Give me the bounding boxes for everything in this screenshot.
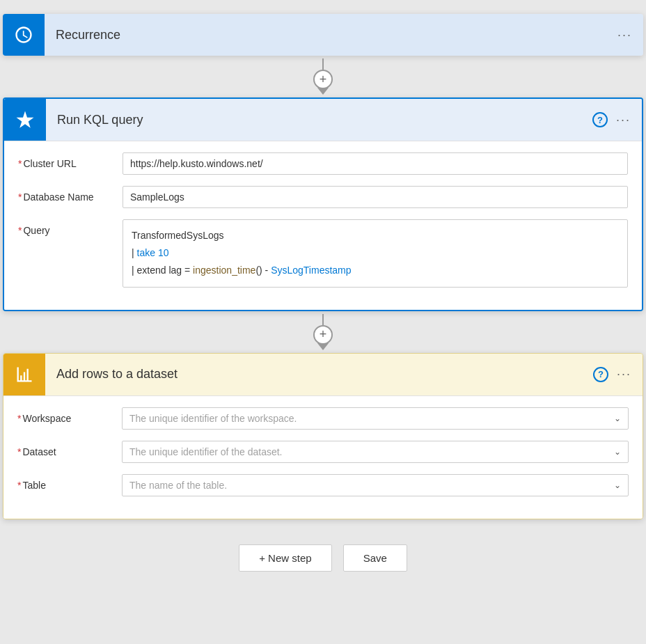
recurrence-card: Recurrence ··· <box>3 14 643 56</box>
recurrence-header: Recurrence ··· <box>3 14 643 56</box>
table-dropdown[interactable]: The name of the table. ⌄ <box>122 474 629 496</box>
database-name-input[interactable] <box>123 186 628 208</box>
database-name-label: *Database Name <box>18 186 123 203</box>
add-step-button-1[interactable]: + <box>313 70 333 89</box>
clock-icon <box>14 25 33 45</box>
kql-title: Run KQL query <box>46 113 592 127</box>
add-step-button-2[interactable]: + <box>313 325 333 345</box>
recurrence-title: Recurrence <box>45 28 617 42</box>
kql-body: *Cluster URL *Database Name *Query Trans… <box>4 141 642 310</box>
kql-more-button[interactable]: ··· <box>616 113 631 127</box>
query-row: *Query TransformedSysLogs | take 10 | ex… <box>18 219 628 288</box>
kql-card: Run KQL query ? ··· *Cluster URL *Databa… <box>3 97 643 311</box>
table-label: *Table <box>17 474 122 491</box>
query-line-3: | extend lag = ingestion_time() - SysLog… <box>132 262 619 279</box>
addrows-actions: ? ··· <box>593 367 631 382</box>
workspace-label: *Workspace <box>17 407 122 424</box>
cluster-url-label: *Cluster URL <box>18 152 123 169</box>
connector-1: + <box>313 56 333 97</box>
query-input[interactable]: TransformedSysLogs | take 10 | extend la… <box>123 219 628 288</box>
addrows-icon <box>15 365 34 384</box>
database-name-row: *Database Name <box>18 186 628 208</box>
addrows-more-button[interactable]: ··· <box>617 367 631 382</box>
kql-help-button[interactable]: ? <box>592 112 608 127</box>
connector-2: + <box>313 311 333 353</box>
addrows-help-button[interactable]: ? <box>593 367 608 382</box>
query-line-1: TransformedSysLogs <box>132 227 619 244</box>
workspace-row: *Workspace The unique identifier of the … <box>17 407 629 430</box>
addrows-card: Add rows to a dataset ? ··· *Workspace T… <box>3 353 643 519</box>
new-step-button[interactable]: + New step <box>239 544 331 572</box>
query-label: *Query <box>18 219 123 236</box>
connector-line-top-2 <box>322 314 324 325</box>
kql-actions: ? ··· <box>592 112 631 127</box>
connector-line-top-1 <box>322 58 324 70</box>
dataset-dropdown[interactable]: The unique identifier of the dataset. ⌄ <box>122 441 629 463</box>
recurrence-icon-bg <box>3 14 45 56</box>
save-button[interactable]: Save <box>343 544 407 572</box>
workspace-placeholder: The unique identifier of the workspace. <box>129 413 297 424</box>
kql-icon <box>15 109 36 130</box>
kql-icon-bg <box>4 99 46 141</box>
addrows-body: *Workspace The unique identifier of the … <box>3 395 643 519</box>
workspace-chevron-icon: ⌄ <box>614 414 621 423</box>
kql-header: Run KQL query ? ··· <box>4 99 642 141</box>
table-placeholder: The name of the table. <box>129 480 227 491</box>
addrows-title: Add rows to a dataset <box>45 367 593 382</box>
bottom-actions: + New step Save <box>239 544 407 572</box>
query-line-2: | take 10 <box>132 244 619 262</box>
addrows-header: Add rows to a dataset ? ··· <box>3 354 643 395</box>
table-chevron-icon: ⌄ <box>614 480 621 490</box>
dataset-chevron-icon: ⌄ <box>614 447 621 457</box>
recurrence-actions: ··· <box>617 28 632 42</box>
dataset-row: *Dataset The unique identifier of the da… <box>17 441 629 463</box>
cluster-url-row: *Cluster URL <box>18 152 628 175</box>
addrows-icon-bg <box>3 354 45 395</box>
workspace-dropdown[interactable]: The unique identifier of the workspace. … <box>122 407 629 430</box>
table-row: *Table The name of the table. ⌄ <box>17 474 629 496</box>
cluster-url-input[interactable] <box>123 152 628 175</box>
dataset-label: *Dataset <box>17 441 122 457</box>
recurrence-more-button[interactable]: ··· <box>617 28 632 42</box>
dataset-placeholder: The unique identifier of the dataset. <box>129 446 282 457</box>
